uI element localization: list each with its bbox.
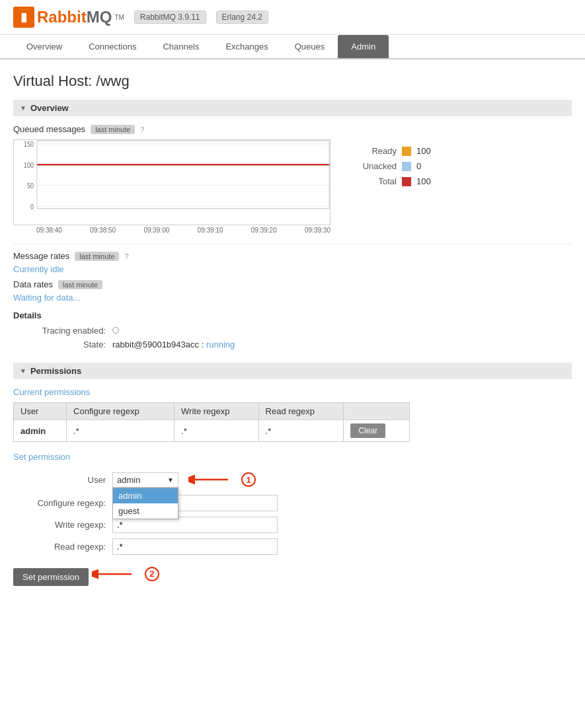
row-clear-cell: Clear <box>344 420 410 442</box>
user-form-group: User admin ▼ admin guest <box>13 470 572 490</box>
permissions-section: ▼ Permissions Current permissions User C… <box>13 363 572 586</box>
nav-channels[interactable]: Channels <box>149 35 212 58</box>
set-permission-row: Set permission 2 <box>13 562 572 586</box>
message-rates-badge: last minute <box>75 252 119 261</box>
logo-tm: TM <box>114 14 124 21</box>
user-dropdown-menu: admin guest <box>112 488 178 519</box>
legend-ready-color <box>402 147 411 156</box>
clear-button[interactable]: Clear <box>350 423 385 438</box>
data-rates-badge: last minute <box>58 280 102 289</box>
svg-rect-9 <box>37 141 329 208</box>
logo-icon: ▮ <box>13 7 34 28</box>
x-label-4: 09:39:20 <box>251 227 277 234</box>
page-header: ▮ RabbitMQ TM RabbitMQ 3.9.11 Erlang 24.… <box>0 0 585 35</box>
details-title: Details <box>13 310 572 320</box>
nav-overview[interactable]: Overview <box>13 35 75 58</box>
arrow-2-icon <box>92 564 145 584</box>
legend-unacked-value: 0 <box>416 161 421 171</box>
svg-text:0: 0 <box>30 203 34 211</box>
x-label-3: 09:39:10 <box>198 227 223 234</box>
x-label-1: 09:38:50 <box>90 227 116 234</box>
logo-text: RabbitMQ <box>37 8 112 26</box>
permissions-section-header[interactable]: ▼ Permissions <box>13 363 572 379</box>
chart-area: 150 100 50 0 09:38:40 09:38:50 09:39:00 … <box>13 139 572 234</box>
message-rates: Message rates last minute ? Currently id… <box>13 244 572 303</box>
row-read: .* <box>258 420 344 442</box>
configure-form-group: Configure regexp: <box>13 495 572 511</box>
data-rates-text: Data rates <box>13 279 53 289</box>
permissions-table: User Configure regexp Write regexp Read … <box>13 402 410 442</box>
tracing-value <box>112 326 119 336</box>
nav-queues[interactable]: Queues <box>282 35 338 58</box>
col-configure: Configure regexp <box>67 403 175 420</box>
help-icon[interactable]: ? <box>140 126 144 133</box>
page-title: Virtual Host: /wwg <box>13 73 572 90</box>
nav-exchanges[interactable]: Exchanges <box>212 35 281 58</box>
set-permission-label: Set permission <box>13 452 572 462</box>
message-rates-text: Message rates <box>13 251 69 261</box>
row-configure: .* <box>67 420 175 442</box>
legend-total-label: Total <box>350 176 397 186</box>
main-content: Virtual Host: /wwg ▼ Overview Queued mes… <box>0 59 585 612</box>
svg-text:50: 50 <box>27 182 34 190</box>
overview-section-label: Overview <box>30 103 69 113</box>
queued-messages-label: Queued messages last minute ? <box>13 124 572 134</box>
details-section: Details Tracing enabled: State: rabbit@5… <box>13 310 572 349</box>
state-host: rabbit@59001b943acc <box>112 340 199 349</box>
legend-unacked-color <box>402 162 411 171</box>
set-permission-button[interactable]: Set permission <box>13 568 89 586</box>
erlang-version-badge: Erlang 24.2 <box>216 11 268 24</box>
overview-arrow-icon: ▼ <box>20 104 26 112</box>
current-permissions-label: Current permissions <box>13 387 572 397</box>
write-input[interactable] <box>112 517 278 533</box>
queued-messages-text: Queued messages <box>13 124 85 134</box>
legend-ready: Ready 100 <box>350 146 431 156</box>
legend-ready-label: Ready <box>350 146 397 156</box>
chevron-down-icon: ▼ <box>167 476 174 484</box>
legend-ready-value: 100 <box>416 146 431 156</box>
annotation-1: 1 <box>188 470 256 490</box>
read-form-group: Read regexp: <box>13 538 572 555</box>
legend-total: Total 100 <box>350 176 431 186</box>
rabbitmq-version-badge: RabbitMQ 3.9.11 <box>134 11 206 24</box>
write-form-group: Write regexp: <box>13 517 572 533</box>
message-rates-help-icon[interactable]: ? <box>124 252 128 260</box>
nav-connections[interactable]: Connections <box>75 35 149 58</box>
chart-legend: Ready 100 Unacked 0 Total 100 <box>350 139 431 186</box>
legend-unacked-label: Unacked <box>350 161 397 171</box>
annotation-number-1: 1 <box>241 472 256 487</box>
user-dropdown[interactable]: admin ▼ admin guest <box>112 472 178 488</box>
svg-text:100: 100 <box>24 161 34 169</box>
currently-idle: Currently idle <box>13 264 572 274</box>
legend-total-value: 100 <box>416 176 431 186</box>
user-option-guest[interactable]: guest <box>113 503 178 519</box>
nav-admin[interactable]: Admin <box>338 35 389 58</box>
overview-section: ▼ Overview Queued messages last minute ? <box>13 100 572 349</box>
main-nav: Overview Connections Channels Exchanges … <box>0 35 585 59</box>
arrow-1-icon <box>188 470 241 490</box>
message-rates-label: Message rates last minute ? <box>13 251 572 261</box>
x-label-0: 09:38:40 <box>36 227 62 234</box>
queued-messages-badge: last minute <box>91 125 135 134</box>
permissions-arrow-icon: ▼ <box>20 367 26 375</box>
state-separator: : <box>202 340 206 349</box>
logo: ▮ RabbitMQ TM <box>13 7 124 28</box>
chart-x-labels: 09:38:40 09:38:50 09:39:00 09:39:10 09:3… <box>13 227 331 234</box>
table-row: admin .* .* .* Clear <box>14 420 410 442</box>
col-actions <box>344 403 410 420</box>
state-key: State: <box>26 340 112 349</box>
read-input[interactable] <box>112 538 278 555</box>
overview-section-header[interactable]: ▼ Overview <box>13 100 572 116</box>
write-field-label: Write regexp: <box>13 520 112 530</box>
user-option-admin[interactable]: admin <box>113 488 178 503</box>
set-permission-form: Set permission User admin ▼ admin guest <box>13 452 572 586</box>
permissions-section-label: Permissions <box>30 366 81 376</box>
annotation-2: 2 <box>92 564 159 584</box>
col-user: User <box>14 403 67 420</box>
user-select-display[interactable]: admin ▼ <box>112 472 178 488</box>
details-table: Tracing enabled: State: rabbit@59001b943… <box>26 326 572 349</box>
annotation-number-2: 2 <box>145 567 159 581</box>
col-write: Write regexp <box>175 403 259 420</box>
data-rates-label: Data rates last minute <box>13 279 572 289</box>
legend-total-color <box>402 177 411 186</box>
